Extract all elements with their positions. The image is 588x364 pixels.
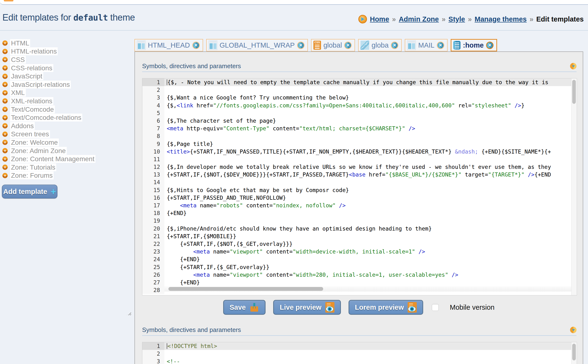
close-icon[interactable]: ✕ [437, 42, 444, 49]
breadcrumb-style[interactable]: Style [449, 15, 465, 23]
tab-global-html-wrap[interactable]: GLOBAL_HTML_WRAP✕ [206, 39, 308, 52]
template-editor-main[interactable]: 1{$, - Note you will need to empty the t… [142, 78, 577, 295]
sidebar-item-label: Zone: Tutorials [10, 163, 56, 171]
sidebar-item-screen-trees[interactable]: +Screen trees [2, 130, 131, 138]
sidebar-item-javascript-relations[interactable]: +JavaScript-relations [2, 80, 131, 89]
horizontal-scrollbar-thumb[interactable] [168, 287, 323, 291]
vertical-scrollbar-thumb[interactable] [572, 80, 576, 104]
tab-label: MAIL [418, 41, 434, 49]
close-icon[interactable]: ✕ [192, 42, 200, 49]
line-number: 21 [142, 233, 164, 240]
vertical-scrollbar-thumb[interactable] [572, 344, 576, 360]
sidebar-item-text-comcode-relations[interactable]: +Text/Comcode-relations [2, 113, 131, 122]
text-cursor [167, 79, 167, 85]
tab-label: GLOBAL_HTML_WRAP [220, 41, 295, 49]
template-tab-bar: HTML_HEAD✕GLOBAL_HTML_WRAP✕CSSglobal✕glo… [134, 39, 497, 52]
code-line: 1<!DOCTYPE html> [142, 342, 577, 350]
code-line: 3{$,Want a nice Google font? Try uncomme… [142, 94, 577, 101]
lorem-preview-button[interactable]: Lorem preview [349, 300, 423, 315]
tab-globa[interactable]: globa✕ [358, 39, 402, 52]
tab-global[interactable]: CSSglobal✕ [311, 39, 355, 52]
close-icon[interactable]: ✕ [344, 42, 352, 49]
code-text: <meta http-equiv="Content-Type" content=… [164, 125, 577, 132]
breadcrumb-home[interactable]: Home [370, 15, 389, 23]
live-preview-button[interactable]: Live preview [273, 300, 341, 315]
line-number: 11 [142, 156, 164, 163]
vertical-scrollbar[interactable] [571, 342, 577, 364]
resize-grip-icon[interactable] [127, 311, 131, 315]
page-layout-icon [209, 40, 217, 50]
plus-circle-icon: + [2, 140, 8, 145]
book-icon [453, 41, 460, 50]
sidebar-item-label: Screen trees [10, 130, 50, 138]
breadcrumb-separator: » [392, 15, 396, 23]
sidebar-item-css-relations[interactable]: +CSS-relations [2, 64, 131, 72]
sidebar-item-addons[interactable]: +Addons [2, 122, 131, 130]
horizontal-scrollbar[interactable] [164, 286, 571, 292]
close-icon[interactable]: ✕ [486, 42, 494, 49]
sidebar-item-zone-content-management[interactable]: +Zone: Content Management [2, 155, 131, 163]
code-text [164, 109, 577, 117]
sidebar-item-javascript[interactable]: +JavaScript [2, 72, 131, 80]
code-line: 15{$,Hints to Google etc that may be set… [142, 186, 577, 194]
code-text: <meta name="viewport" content="width=dev… [164, 248, 577, 255]
page-layout-icon [407, 40, 416, 50]
code-line: 13{+START,IF,{$NOT,{$DEV_MODE}}}{+START,… [142, 171, 577, 178]
tab-home[interactable]: :home✕ [451, 39, 497, 52]
line-number: 5 [142, 109, 164, 117]
plus-circle-icon: + [2, 156, 8, 162]
line-number: 4 [142, 102, 164, 109]
save-button[interactable]: Save [223, 300, 266, 315]
sidebar-item-label: Zone: Admin Zone [10, 147, 67, 155]
plus-circle-icon: + [2, 74, 8, 79]
vertical-scrollbar[interactable] [571, 78, 577, 295]
code-text [164, 350, 577, 358]
breadcrumb: Home»Admin Zone»Style»Manage themes»Edit… [358, 15, 584, 23]
mobile-version-label: Mobile version [450, 304, 495, 311]
line-number: 14 [142, 178, 164, 186]
sidebar-item-html[interactable]: +HTML [2, 39, 131, 47]
code-text: <!-- [164, 358, 577, 364]
code-text [164, 132, 577, 140]
code-line: 8 [142, 132, 577, 140]
code-line: 19 [142, 217, 577, 225]
sidebar-item-zone-forums[interactable]: +Zone: Forums [2, 171, 131, 180]
line-number: 26 [142, 271, 164, 279]
sidebar-item-label: HTML-relations [10, 47, 58, 55]
sidebar-item-html-relations[interactable]: +HTML-relations [2, 47, 131, 56]
line-number: 12 [142, 163, 164, 171]
line-number: 25 [142, 263, 164, 271]
sidebar-item-css[interactable]: +CSS [2, 55, 131, 64]
section-header-2: Symbols, directives and parameters [142, 326, 576, 336]
code-line: 1{$, - Note you will need to empty the t… [142, 78, 577, 86]
sidebar-item-xml-relations[interactable]: +XML-relations [2, 97, 131, 105]
code-text: {+START,IF,{$NOT,{$DEV_MODE}}}{+START,IF… [164, 171, 577, 178]
close-icon[interactable]: ✕ [391, 42, 398, 49]
sidebar-item-label: Zone: Content Management [10, 155, 95, 163]
code-text: {$, - Note you will need to empty the te… [164, 78, 577, 86]
sidebar-item-zone-admin-zone[interactable]: +Zone: Admin Zone [2, 147, 131, 155]
code-line: 2 [142, 86, 577, 94]
sidebar-item-xml[interactable]: +XML [2, 89, 131, 97]
tab-mail[interactable]: MAIL✕ [405, 39, 448, 52]
editor-actions: Save Live preview Lorem preview Mobile v… [135, 300, 583, 315]
close-icon[interactable]: ✕ [297, 42, 305, 49]
line-number: 8 [142, 132, 164, 140]
add-template-button[interactable]: Add template + [2, 185, 57, 199]
sidebar-item-zone-welcome[interactable]: +Zone: Welcome [2, 138, 131, 147]
code-line: 10<title>{+START,IF_NON_PASSED,TITLE}{+S… [142, 148, 577, 156]
mobile-version-checkbox[interactable] [432, 304, 439, 311]
breadcrumb-manage-themes[interactable]: Manage themes [475, 15, 527, 23]
sidebar-item-zone-tutorials[interactable]: +Zone: Tutorials [2, 163, 131, 171]
code-line: 11 [142, 156, 577, 163]
sidebar-item-label: CSS-relations [10, 64, 53, 72]
breadcrumb-home-icon[interactable] [358, 15, 367, 23]
template-editor-secondary[interactable]: 1<!DOCTYPE html>23<!--4Powered by {$BRAN… [142, 342, 577, 364]
tab-html-head[interactable]: HTML_HEAD✕ [134, 39, 203, 52]
line-number: 2 [142, 86, 164, 94]
sidebar-item-text-comcode[interactable]: +Text/Comcode [2, 105, 131, 114]
code-line: 22 {+START,IF,{$NOT,{$_GET,overlay}}} [142, 240, 577, 248]
breadcrumb-admin-zone[interactable]: Admin Zone [399, 15, 439, 23]
section-toggle-icon[interactable] [570, 327, 576, 333]
section-toggle-icon[interactable] [570, 63, 576, 69]
